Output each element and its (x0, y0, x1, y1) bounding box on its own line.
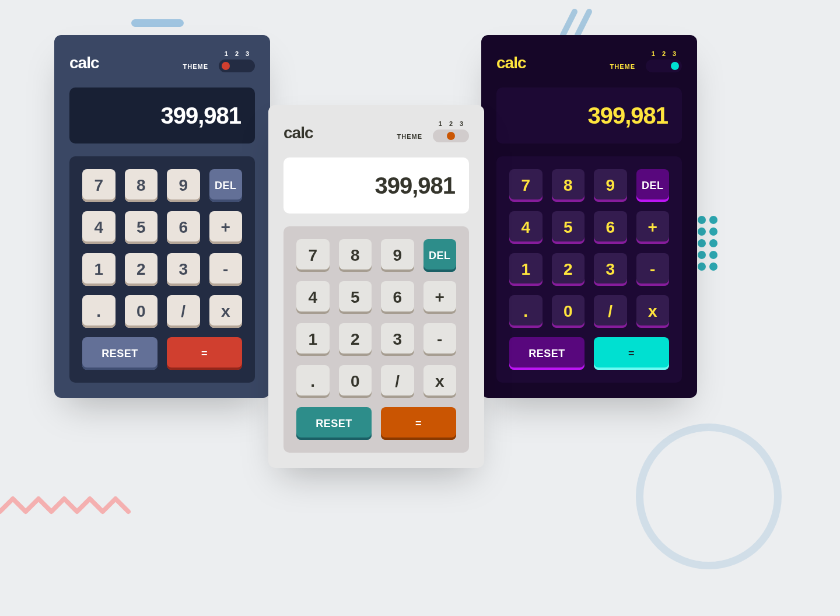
keypad: 7 8 9 DEL 4 5 6 + 1 2 3 - . 0 / x RESET … (284, 226, 469, 453)
key-divide[interactable]: / (594, 295, 627, 328)
key-minus[interactable]: - (636, 253, 670, 286)
key-multiply[interactable]: x (209, 295, 243, 328)
theme-option-2[interactable]: 2 (235, 50, 239, 57)
keypad: 7 8 9 DEL 4 5 6 + 1 2 3 - . 0 / x RESET … (69, 156, 255, 383)
key-7[interactable]: 7 (296, 239, 330, 272)
key-plus[interactable]: + (209, 211, 243, 244)
key-minus[interactable]: - (424, 323, 457, 356)
key-8[interactable]: 8 (125, 169, 158, 202)
key-8[interactable]: 8 (339, 239, 372, 272)
key-6[interactable]: 6 (594, 211, 627, 244)
key-multiply[interactable]: x (636, 295, 670, 328)
calculator-theme-2: calc THEME 1 2 3 399,981 7 8 9 DEL 4 5 6… (268, 105, 484, 468)
key-reset[interactable]: RESET (509, 337, 584, 370)
key-6[interactable]: 6 (381, 281, 414, 314)
key-dot[interactable]: . (509, 295, 542, 328)
display: 399,981 (284, 158, 469, 214)
theme-option-1[interactable]: 1 (439, 120, 442, 127)
key-6[interactable]: 6 (167, 211, 200, 244)
calculator-theme-1: calc THEME 1 2 3 399,981 7 8 9 DEL 4 5 6… (54, 35, 270, 398)
key-2[interactable]: 2 (552, 253, 585, 286)
theme-option-3[interactable]: 3 (460, 120, 463, 127)
key-9[interactable]: 9 (594, 169, 627, 202)
theme-option-1[interactable]: 1 (652, 50, 655, 57)
theme-label: THEME (610, 63, 636, 70)
key-1[interactable]: 1 (296, 323, 330, 356)
key-dot[interactable]: . (296, 365, 330, 398)
key-3[interactable]: 3 (381, 323, 414, 356)
app-logo: calc (496, 54, 526, 72)
theme-option-2[interactable]: 2 (662, 50, 666, 57)
theme-label: THEME (183, 63, 209, 70)
key-reset[interactable]: RESET (296, 407, 372, 440)
key-dot[interactable]: . (82, 295, 116, 328)
key-0[interactable]: 0 (339, 365, 372, 398)
display: 399,981 (496, 88, 682, 144)
key-del[interactable]: DEL (636, 169, 670, 202)
svg-line-0 (563, 12, 575, 35)
decoration-zigzag (0, 494, 146, 520)
key-9[interactable]: 9 (167, 169, 200, 202)
calculator-theme-3: calc THEME 1 2 3 399,981 7 8 9 DEL 4 5 6… (481, 35, 697, 398)
key-plus[interactable]: + (636, 211, 670, 244)
key-5[interactable]: 5 (125, 211, 158, 244)
key-1[interactable]: 1 (509, 253, 542, 286)
key-3[interactable]: 3 (167, 253, 200, 286)
key-divide[interactable]: / (381, 365, 414, 398)
key-minus[interactable]: - (209, 253, 243, 286)
theme-option-3[interactable]: 3 (246, 50, 249, 57)
key-7[interactable]: 7 (82, 169, 116, 202)
theme-option-2[interactable]: 2 (449, 120, 453, 127)
svg-line-1 (578, 12, 589, 35)
key-divide[interactable]: / (167, 295, 200, 328)
key-reset[interactable]: RESET (82, 337, 158, 370)
decoration-circle (636, 424, 782, 569)
key-8[interactable]: 8 (552, 169, 585, 202)
app-logo: calc (284, 124, 313, 142)
theme-option-3[interactable]: 3 (673, 50, 676, 57)
theme-toggle[interactable] (219, 60, 255, 72)
theme-toggle[interactable] (433, 130, 469, 142)
key-2[interactable]: 2 (339, 323, 372, 356)
theme-option-1[interactable]: 1 (225, 50, 228, 57)
key-1[interactable]: 1 (82, 253, 116, 286)
theme-toggle[interactable] (646, 60, 682, 72)
key-0[interactable]: 0 (125, 295, 158, 328)
key-5[interactable]: 5 (552, 211, 585, 244)
key-4[interactable]: 4 (509, 211, 542, 244)
key-2[interactable]: 2 (125, 253, 158, 286)
app-logo: calc (69, 54, 99, 72)
display: 399,981 (69, 88, 255, 144)
key-multiply[interactable]: x (424, 365, 457, 398)
key-4[interactable]: 4 (296, 281, 330, 314)
theme-label: THEME (397, 133, 423, 140)
key-equals[interactable]: = (167, 337, 242, 370)
key-3[interactable]: 3 (594, 253, 627, 286)
key-4[interactable]: 4 (82, 211, 116, 244)
key-del[interactable]: DEL (424, 239, 457, 272)
key-del[interactable]: DEL (209, 169, 243, 202)
key-5[interactable]: 5 (339, 281, 372, 314)
key-plus[interactable]: + (424, 281, 457, 314)
decoration-bar (131, 19, 184, 27)
key-equals[interactable]: = (594, 337, 669, 370)
key-equals[interactable]: = (381, 407, 456, 440)
key-0[interactable]: 0 (552, 295, 585, 328)
keypad: 7 8 9 DEL 4 5 6 + 1 2 3 - . 0 / x RESET … (496, 156, 682, 383)
key-9[interactable]: 9 (381, 239, 414, 272)
key-7[interactable]: 7 (509, 169, 542, 202)
